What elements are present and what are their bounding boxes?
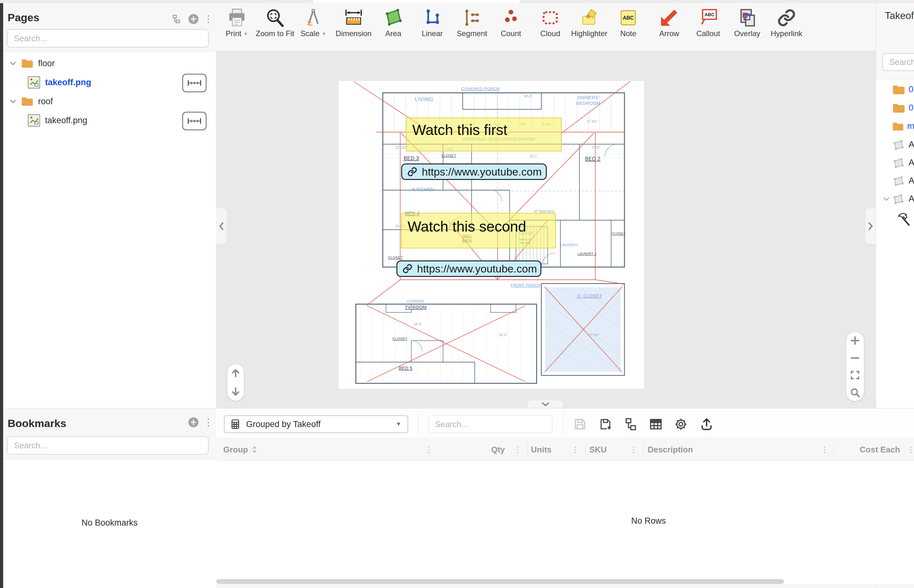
toolbar-note-button[interactable]: ABC Note — [609, 6, 648, 38]
tree-folder-label[interactable]: floor — [38, 59, 55, 68]
left-dark-rail — [0, 3, 3, 588]
table-icon[interactable] — [648, 417, 663, 432]
tree-row-page-floor-takeoff[interactable]: takeoff.png — [3, 73, 216, 92]
column-menu-icon[interactable]: ⋮ — [820, 445, 829, 455]
tree-row-page-roof-takeoff[interactable]: takeoff.png — [3, 111, 216, 130]
toolbar-dimension-button[interactable]: Dimension — [334, 6, 373, 38]
upload-icon[interactable] — [699, 417, 714, 432]
svg-text:TV ROOM: TV ROOM — [405, 305, 427, 310]
toolbar-callout-button[interactable]: ABC Callout — [689, 6, 728, 38]
save-add-icon[interactable] — [598, 417, 613, 432]
tree-row-folder-roof[interactable]: roof — [3, 92, 216, 111]
column-header-group[interactable]: Group — [223, 438, 257, 460]
link-icon — [402, 263, 413, 274]
column-menu-icon[interactable]: ⋮ — [630, 445, 638, 455]
group-by-dropdown-label: Grouped by Takeoff — [246, 420, 321, 429]
svg-text:KITCHEN: KITCHEN — [412, 187, 434, 192]
arrow-down-icon[interactable] — [230, 386, 241, 397]
fit-screen-icon[interactable] — [850, 370, 861, 381]
table-search-input[interactable] — [428, 415, 553, 433]
column-header-cost-each[interactable]: Cost Each — [850, 438, 900, 460]
hyperlink-annotation-1[interactable]: https://www.youtube.com — [401, 163, 547, 180]
pages-search-input[interactable] — [7, 29, 209, 47]
toolbar-area-button[interactable]: Area — [374, 6, 413, 38]
takeoff-item-folder[interactable]: 0 — [876, 99, 914, 117]
tree-folder-label[interactable]: roof — [38, 97, 53, 107]
tree-page-label[interactable]: takeoff.png — [45, 116, 87, 126]
takeoff-item-area[interactable]: A — [876, 172, 914, 190]
bookmarks-more-icon[interactable]: ⋮ — [204, 417, 213, 428]
svg-text:OWNERS': OWNERS' — [577, 95, 599, 100]
highlight-annotation-2[interactable]: Watch this second — [401, 213, 556, 249]
chevron-left-icon — [218, 222, 225, 230]
takeoff-item-folder[interactable]: m — [876, 117, 914, 135]
drawing-canvas[interactable]: COVERED PORCHLIVINGOWNERS'BEDROOMBED 3CL… — [216, 51, 876, 408]
chevron-down-icon[interactable] — [10, 61, 16, 66]
app-window: Pages ⋮ fl — [0, 0, 914, 588]
chevron-down-icon[interactable] — [10, 99, 16, 104]
svg-text:17'-5½": 17'-5½" — [588, 333, 600, 337]
toolbar-scale-button[interactable]: Scale ▼ — [294, 6, 333, 38]
takeoff-item-area[interactable]: A — [876, 153, 914, 172]
zoom-search-icon[interactable] — [850, 387, 861, 398]
group-by-dropdown[interactable]: Grouped by Takeoff ▼ — [224, 415, 408, 433]
toolbar-cloud-button[interactable]: Cloud — [531, 6, 570, 38]
tree-icon[interactable] — [623, 417, 639, 432]
bottom-strip — [216, 584, 914, 588]
collapse-bottom-panel-tab[interactable] — [527, 400, 564, 409]
takeoff-item-folder[interactable]: 0 — [876, 81, 914, 99]
bookmarks-add-icon[interactable] — [187, 416, 200, 429]
arrow-up-icon[interactable] — [230, 368, 241, 378]
sort-icon[interactable] — [252, 446, 257, 453]
chevron-down-icon[interactable] — [883, 196, 890, 202]
arrow-tool-icon — [650, 6, 689, 29]
page-scale-button[interactable] — [182, 74, 206, 92]
page-scale-button[interactable] — [182, 112, 206, 130]
toolbar-count-button[interactable]: Count — [491, 6, 531, 38]
bookmarks-panel-header: Bookmarks ⋮ — [3, 408, 216, 459]
toolbar-arrow-button[interactable]: Arrow — [650, 6, 689, 38]
svg-text:CLOSET: CLOSET — [388, 256, 403, 260]
table-controls-row: Grouped by Takeoff ▼ — [216, 409, 914, 438]
bookmarks-search-input[interactable] — [7, 436, 209, 455]
column-header-qty[interactable]: Qty — [470, 438, 505, 460]
folder-icon — [892, 103, 906, 113]
column-header-units[interactable]: Units — [531, 438, 551, 460]
svg-text:ABC: ABC — [623, 15, 634, 21]
svg-text:BED 5: BED 5 — [399, 366, 413, 371]
takeoff-search-input[interactable] — [882, 53, 914, 71]
toolbar-overlay-button[interactable]: Overlay — [728, 6, 767, 38]
toolbar-print-button[interactable]: Print ▼ — [217, 6, 256, 38]
pages-more-icon[interactable]: ⋮ — [204, 13, 213, 25]
zoom-out-icon[interactable] — [850, 353, 861, 363]
highlight-text: Watch this second — [402, 213, 555, 235]
highlight-annotation-1[interactable]: Watch this first — [406, 118, 562, 152]
hyperlink-annotation-2[interactable]: https://www.youtube.com — [396, 260, 541, 277]
column-header-sku[interactable]: SKU — [589, 438, 607, 460]
column-menu-icon[interactable]: ⋮ — [425, 445, 433, 455]
toolbar-linear-button[interactable]: Linear — [413, 6, 452, 38]
zoom-in-icon[interactable] — [850, 335, 861, 346]
toolbar-zoom-to-fit-button[interactable]: Zoom to Fit — [255, 6, 295, 38]
linear-tool-icon — [413, 6, 452, 29]
takeoff-item-area-expanded[interactable]: A — [876, 190, 914, 208]
svg-text:32'-0": 32'-0" — [499, 333, 507, 337]
toolbar-highlighter-button[interactable]: Highlighter — [570, 6, 609, 38]
tree-page-label[interactable]: takeoff.png — [45, 78, 91, 87]
callout-tool-icon: ABC — [689, 6, 728, 29]
gear-icon[interactable] — [673, 417, 689, 432]
column-menu-icon[interactable]: ⋮ — [571, 445, 579, 455]
column-header-description[interactable]: Description — [648, 438, 693, 460]
column-menu-icon[interactable]: ⋮ — [907, 445, 914, 455]
collapse-left-panel-tab[interactable] — [216, 208, 227, 245]
toolbar-hyperlink-button[interactable]: Hyperlink — [767, 6, 806, 38]
takeoff-item-area[interactable]: A — [876, 136, 914, 153]
pages-add-icon[interactable] — [187, 13, 200, 25]
tree-row-folder-floor[interactable]: floor — [3, 54, 216, 73]
svg-text:FRONT PORCH: FRONT PORCH — [510, 283, 540, 288]
expand-right-panel-tab[interactable] — [865, 208, 876, 245]
horizontal-scrollbar[interactable] — [216, 579, 784, 584]
column-menu-icon[interactable]: ⋮ — [514, 445, 522, 455]
toolbar-segment-button[interactable]: Segment — [452, 6, 491, 38]
pages-tree-icon[interactable] — [171, 13, 182, 25]
